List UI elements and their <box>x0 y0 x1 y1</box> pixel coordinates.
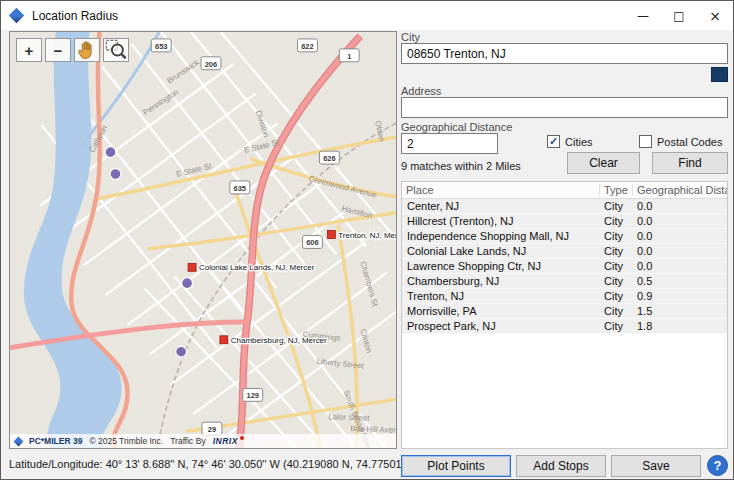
route-shield: 129 <box>243 388 263 401</box>
table-row[interactable]: Lawrence Shopping Ctr, NJCity0.0 <box>402 259 727 274</box>
pcmiler-logo-icon <box>14 436 24 446</box>
cell-distance: 0.0 <box>632 230 727 242</box>
map-marker[interactable]: Colonial Lake Lands, NJ, Mercer <box>188 263 315 272</box>
svg-text:206: 206 <box>205 60 217 69</box>
table-row[interactable]: Independence Shopping Mall, NJCity0.0 <box>402 229 727 244</box>
cell-type: City <box>599 245 632 257</box>
table-row[interactable]: Chambersburg, NJCity0.5 <box>402 274 727 289</box>
address-label: Address <box>401 85 441 97</box>
pan-hand-button[interactable] <box>74 38 100 62</box>
svg-text:653: 653 <box>155 42 167 51</box>
pan-hand-icon <box>75 39 99 61</box>
find-button[interactable]: Find <box>652 152 728 174</box>
matches-count-text: 9 matches within 2 Miles <box>401 160 521 172</box>
cell-distance: 1.5 <box>632 305 727 317</box>
cell-place: Prospect Park, NJ <box>402 320 599 332</box>
distance-label: Geographical Distance <box>401 121 512 133</box>
cell-place: Hillcrest (Trenton), NJ <box>402 215 599 227</box>
city-input[interactable] <box>401 43 728 64</box>
clear-button[interactable]: Clear <box>567 152 640 174</box>
cell-distance: 0.0 <box>632 245 727 257</box>
window-title: Location Radius <box>32 9 118 23</box>
postal-checkbox-label: Postal Codes <box>657 136 722 148</box>
traffic-by-label: Traffic By <box>170 436 205 446</box>
cell-distance: 0.9 <box>632 290 727 302</box>
inrix-logo: INRIX <box>213 436 244 446</box>
zoom-out-button[interactable]: − <box>45 38 71 62</box>
cell-type: City <box>599 305 632 317</box>
route-shield: 653 <box>151 39 171 52</box>
cell-type: City <box>599 215 632 227</box>
table-row[interactable]: Morrisville, PACity1.5 <box>402 304 727 319</box>
distance-input[interactable] <box>401 133 498 154</box>
cell-type: City <box>599 230 632 242</box>
add-stops-button[interactable]: Add Stops <box>516 455 606 477</box>
map-toolbar: + − <box>16 38 129 62</box>
cell-type: City <box>599 200 632 212</box>
map-canvas[interactable]: BrunswickPenningtonCalhounE State StE St… <box>9 31 397 449</box>
route-shield: 606 <box>302 236 322 249</box>
svg-text:635: 635 <box>234 184 246 193</box>
svg-text:1: 1 <box>347 52 351 61</box>
help-button[interactable]: ? <box>707 455 728 476</box>
table-row[interactable]: Prospect Park, NJCity1.8 <box>402 319 727 334</box>
cities-checkbox-row: ✓ Cities <box>547 135 593 148</box>
latlong-readout: Latitude/Longitude: 40° 13' 8.688'' N, 7… <box>9 458 425 470</box>
column-header-distance[interactable]: Geographical Distance <box>632 184 727 196</box>
cell-distance: 1.8 <box>632 320 727 332</box>
svg-text:606: 606 <box>306 238 318 247</box>
table-row[interactable]: Trenton, NJCity0.9 <box>402 289 727 304</box>
cell-type: City <box>599 320 632 332</box>
zoom-window-button[interactable] <box>103 38 129 62</box>
table-row[interactable]: Hillcrest (Trenton), NJCity0.0 <box>402 214 727 229</box>
location-radius-window: Location Radius — □ × <box>0 0 734 480</box>
map-marker[interactable]: Trenton, NJ, Mercer <box>327 231 396 240</box>
cell-place: Lawrence Shopping Ctr, NJ <box>402 260 599 272</box>
cell-distance: 0.5 <box>632 275 727 287</box>
table-row[interactable]: Center, NJCity0.0 <box>402 199 727 214</box>
cell-distance: 0.0 <box>632 200 727 212</box>
route-shield: 622 <box>298 39 318 52</box>
maximize-button[interactable]: □ <box>661 1 697 30</box>
cell-place: Center, NJ <box>402 200 599 212</box>
address-input[interactable] <box>401 97 728 118</box>
cell-type: City <box>599 290 632 302</box>
svg-text:129: 129 <box>247 391 259 400</box>
cell-place: Trenton, NJ <box>402 290 599 302</box>
svg-text:Colonial Lake Lands, NJ, Merce: Colonial Lake Lands, NJ, Mercer <box>199 263 315 272</box>
route-shield: 1 <box>339 49 359 62</box>
city-label: City <box>401 31 420 43</box>
table-header: Place Type Geographical Distance <box>402 182 727 199</box>
cities-checkbox[interactable]: ✓ <box>547 135 560 148</box>
map-marker[interactable]: Chambersburg, NJ, Mercer <box>220 336 327 345</box>
svg-text:622: 622 <box>301 42 313 51</box>
app-logo-icon <box>9 8 25 24</box>
column-header-place[interactable]: Place <box>402 184 599 196</box>
cities-checkbox-label: Cities <box>565 136 593 148</box>
check-icon: ✓ <box>549 136 558 147</box>
cell-type: City <box>599 260 632 272</box>
cell-place: Morrisville, PA <box>402 305 599 317</box>
close-button[interactable]: × <box>697 1 733 30</box>
postal-codes-checkbox[interactable]: ✓ <box>639 135 652 148</box>
window-controls: — □ × <box>625 1 733 30</box>
minimize-button[interactable]: — <box>625 1 661 30</box>
street-label: Lalor Street <box>328 412 370 422</box>
route-shield: 626 <box>319 151 339 164</box>
results-table-body: Center, NJCity0.0Hillcrest (Trenton), NJ… <box>402 199 727 334</box>
titlebar: Location Radius — □ × <box>1 1 733 30</box>
map-attribution: PC*MILER 39 © 2025 Trimble Inc. Traffic … <box>10 434 396 448</box>
save-button[interactable]: Save <box>611 455 701 477</box>
plot-points-button[interactable]: Plot Points <box>401 455 511 477</box>
city-lookup-button[interactable] <box>711 67 728 82</box>
results-table: Place Type Geographical Distance Center,… <box>401 181 728 449</box>
route-shield: 206 <box>201 57 221 70</box>
zoom-in-button[interactable]: + <box>16 38 42 62</box>
cell-distance: 0.0 <box>632 260 727 272</box>
table-row[interactable]: Colonial Lake Lands, NJCity0.0 <box>402 244 727 259</box>
column-header-type[interactable]: Type <box>599 184 632 196</box>
route-shield: 635 <box>230 181 250 194</box>
cell-type: City <box>599 275 632 287</box>
cell-place: Chambersburg, NJ <box>402 275 599 287</box>
product-name: PC*MILER 39 <box>29 436 82 446</box>
